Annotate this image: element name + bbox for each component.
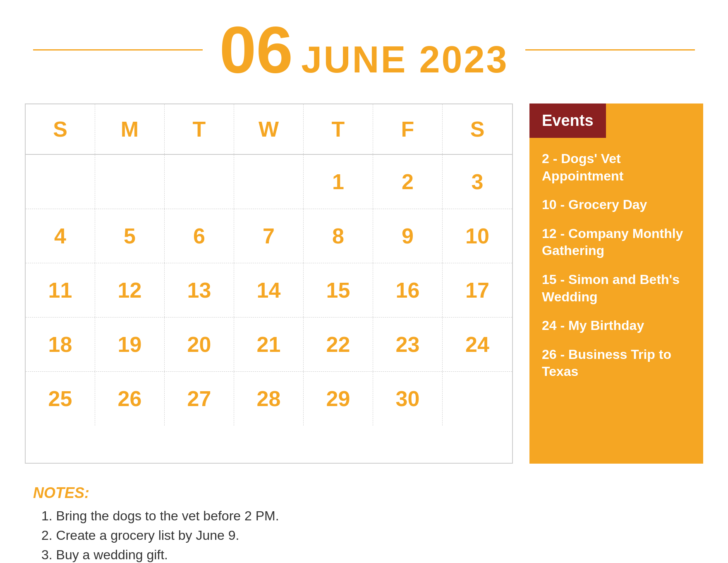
day-number-16: 16: [396, 278, 420, 303]
calendar-cell: [26, 155, 95, 209]
calendar-cell: 18: [26, 318, 95, 371]
day-number-21: 21: [257, 332, 281, 357]
calendar: SMTWTFS 12345678910111213141516171819202…: [25, 103, 513, 464]
month-number: 06: [219, 17, 293, 83]
calendar-cell: 10: [443, 209, 512, 263]
calendar-cell: 19: [95, 318, 165, 371]
calendar-cell: 9: [373, 209, 443, 263]
calendar-cell: 15: [304, 263, 373, 317]
calendar-cell: 25: [26, 372, 95, 426]
calendar-cell: [95, 155, 165, 209]
day-header-w: W: [234, 104, 304, 154]
day-header-s: S: [443, 104, 512, 154]
calendar-cell: 24: [443, 318, 512, 371]
calendar-row-1: 123: [26, 155, 512, 209]
calendar-cell: 4: [26, 209, 95, 263]
calendar-cell: 7: [234, 209, 304, 263]
event-item: 12 - Company Monthly Gathering: [542, 225, 691, 260]
calendar-cell: 11: [26, 263, 95, 317]
notes-list: 1. Bring the dogs to the vet before 2 PM…: [33, 508, 695, 563]
main-content: SMTWTFS 12345678910111213141516171819202…: [0, 95, 728, 472]
event-item: 10 - Grocery Day: [542, 196, 691, 214]
calendar-cell: 8: [304, 209, 373, 263]
calendar-cell: 16: [373, 263, 443, 317]
calendar-cell: 26: [95, 372, 165, 426]
event-item: 2 - Dogs' Vet Appointment: [542, 150, 691, 185]
day-number-6: 6: [193, 224, 205, 248]
notes-title: NOTES:: [33, 484, 695, 502]
event-item: 15 - Simon and Beth's Wedding: [542, 271, 691, 306]
calendar-row-3: 11121314151617: [26, 263, 512, 318]
day-number-22: 22: [326, 332, 350, 357]
calendar-cell: 17: [443, 263, 512, 317]
day-number-30: 30: [396, 386, 420, 411]
calendar-cell: 13: [165, 263, 234, 317]
day-number-18: 18: [48, 332, 72, 357]
header-title: 06 JUNE 2023: [219, 17, 508, 83]
calendar-cell: 5: [95, 209, 165, 263]
header-line-left: [33, 49, 203, 51]
day-number-10: 10: [465, 224, 489, 248]
header-line-right: [525, 49, 695, 51]
calendar-row-4: 18192021222324: [26, 318, 512, 372]
day-number-20: 20: [187, 332, 211, 357]
calendar-cell: 21: [234, 318, 304, 371]
day-number-25: 25: [48, 386, 72, 411]
day-number-11: 11: [48, 278, 72, 303]
calendar-cell: 23: [373, 318, 443, 371]
calendar-cell: [165, 155, 234, 209]
calendar-cell: [234, 155, 304, 209]
day-number-9: 9: [402, 224, 414, 248]
day-number-3: 3: [472, 169, 484, 194]
day-number-14: 14: [257, 278, 281, 303]
day-number-12: 12: [118, 278, 142, 303]
notes-section: NOTES: 1. Bring the dogs to the vet befo…: [0, 472, 728, 563]
day-header-m: M: [95, 104, 165, 154]
day-header-t: T: [165, 104, 234, 154]
calendar-cell: 1: [304, 155, 373, 209]
event-item: 26 - Business Trip to Texas: [542, 346, 691, 380]
calendar-cell: 28: [234, 372, 304, 426]
calendar-cell: 22: [304, 318, 373, 371]
header: 06 JUNE 2023: [0, 0, 728, 95]
day-number-1: 1: [332, 169, 344, 194]
day-number-27: 27: [187, 386, 211, 411]
calendar-cell: 2: [373, 155, 443, 209]
day-number-8: 8: [332, 224, 344, 248]
events-list: 2 - Dogs' Vet Appointment10 - Grocery Da…: [529, 138, 703, 404]
day-header-s: S: [26, 104, 95, 154]
month-name: JUNE 2023: [301, 38, 508, 81]
calendar-cell: 29: [304, 372, 373, 426]
day-number-4: 4: [54, 224, 66, 248]
calendar-cell: 27: [165, 372, 234, 426]
day-number-15: 15: [326, 278, 350, 303]
day-header-f: F: [373, 104, 443, 154]
calendar-body: 1234567891011121314151617181920212223242…: [26, 155, 512, 426]
calendar-cell: 3: [443, 155, 512, 209]
events-header-label: Events: [529, 103, 606, 138]
day-number-13: 13: [187, 278, 211, 303]
calendar-row-2: 45678910: [26, 209, 512, 263]
day-number-23: 23: [396, 332, 420, 357]
events-sidebar: Events 2 - Dogs' Vet Appointment10 - Gro…: [529, 103, 703, 464]
calendar-header: SMTWTFS: [26, 104, 512, 155]
note-item: 2. Create a grocery list by June 9.: [41, 528, 695, 543]
note-item: 1. Bring the dogs to the vet before 2 PM…: [41, 508, 695, 524]
day-number-28: 28: [257, 386, 281, 411]
calendar-cell: 6: [165, 209, 234, 263]
calendar-cell: 12: [95, 263, 165, 317]
event-item: 24 - My Birthday: [542, 317, 691, 334]
day-number-19: 19: [118, 332, 142, 357]
day-number-26: 26: [118, 386, 142, 411]
calendar-cell: 30: [373, 372, 443, 426]
calendar-row-5: 252627282930: [26, 372, 512, 426]
calendar-cell: 14: [234, 263, 304, 317]
day-number-2: 2: [402, 169, 414, 194]
day-number-7: 7: [263, 224, 275, 248]
day-number-5: 5: [124, 224, 136, 248]
day-header-t: T: [304, 104, 373, 154]
note-item: 3. Buy a wedding gift.: [41, 547, 695, 563]
day-number-17: 17: [465, 278, 489, 303]
day-number-24: 24: [465, 332, 489, 357]
calendar-cell: 20: [165, 318, 234, 371]
